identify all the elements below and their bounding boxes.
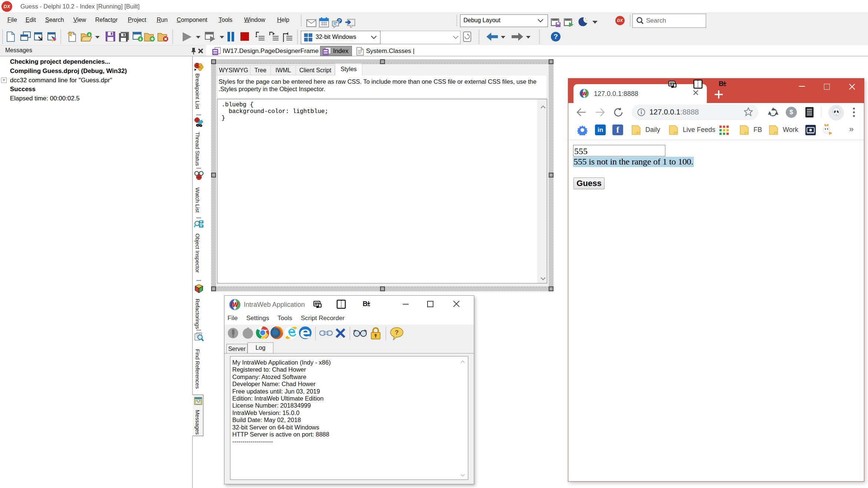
svg-text:?: ? (395, 329, 399, 336)
svg-text:IW: IW (581, 91, 588, 96)
svg-text:IW: IW (231, 302, 239, 308)
svg-text:B: B (363, 300, 368, 308)
svg-text:B: B (719, 80, 724, 87)
